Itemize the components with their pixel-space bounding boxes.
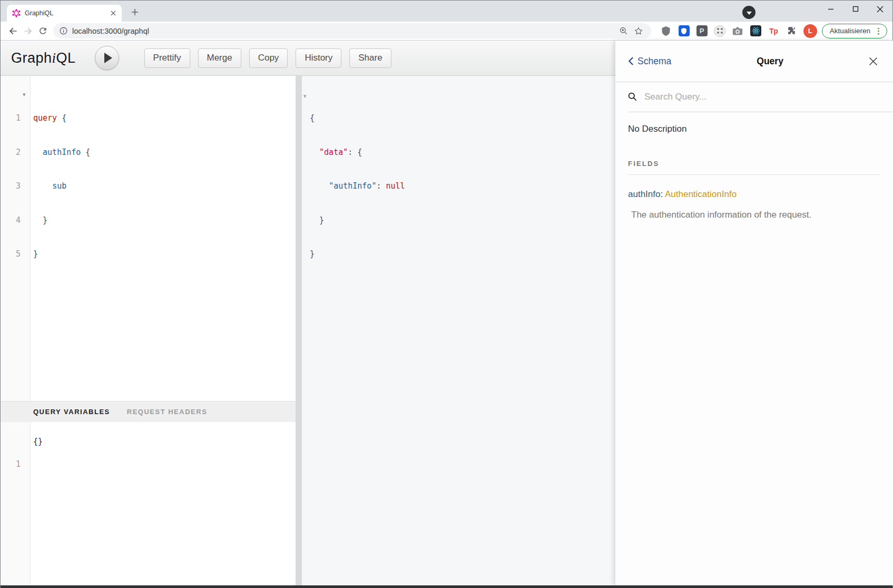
caret-down-icon [747, 12, 752, 15]
tab-query-variables[interactable]: QUERY VARIABLES [33, 408, 110, 416]
code-line: authInfo { [33, 147, 296, 159]
code-line: "authInfo": null [310, 181, 405, 192]
history-button[interactable]: History [296, 48, 341, 68]
code-line: } [33, 249, 296, 260]
window-controls [818, 1, 892, 17]
code-line: sub [33, 181, 296, 192]
doc-explorer-content: No Description FIELDS authInfo: Authenti… [615, 112, 893, 220]
browser-tab-strip: GraphiQL [1, 1, 892, 22]
search-icon [628, 92, 637, 102]
doc-search-row [628, 82, 893, 112]
share-button[interactable]: Share [349, 48, 391, 68]
code-line: } [33, 215, 296, 227]
tab-close-icon[interactable] [109, 9, 117, 17]
copy-button[interactable]: Copy [249, 48, 288, 68]
browser-window: GraphiQL [0, 0, 893, 588]
address-bar[interactable]: localhost:3000/graphql [53, 23, 651, 38]
reload-button[interactable] [35, 24, 50, 38]
field-type-link[interactable]: AuthenticationInfo [665, 189, 737, 199]
line-number: 5 [1, 249, 21, 260]
doc-close-icon[interactable] [869, 57, 878, 66]
minimize-button[interactable] [818, 1, 843, 17]
line-number: 3 [1, 181, 21, 192]
update-browser-button[interactable]: Aktualisieren ⋮ [822, 24, 887, 38]
camera-extension-icon[interactable] [731, 24, 745, 38]
tampermonkey-tp-icon[interactable]: Tp [767, 24, 781, 38]
code-line: } [310, 215, 405, 227]
chevron-left-icon [628, 56, 634, 66]
execute-query-button[interactable] [95, 46, 119, 70]
variables-editor[interactable]: 1 {} [1, 422, 296, 585]
line-number: 4 [1, 215, 21, 227]
graphql-favicon-icon [12, 9, 21, 17]
result-json: { "data": { "authInfo": null } } [310, 90, 405, 283]
browser-toolbar: localhost:3000/graphql P [1, 22, 892, 41]
site-info-icon[interactable] [60, 27, 67, 35]
query-code[interactable]: query { authInfo { sub } } [33, 90, 296, 283]
query-editor-gutter: 1 2 3 4 5 ▾ [1, 76, 31, 401]
graphiql-topbar: GraphiQL Prettify Merge Copy History Sha… [1, 41, 615, 76]
forward-button[interactable] [21, 24, 35, 38]
bookmark-star-icon[interactable] [631, 24, 646, 38]
variables-code[interactable]: {} [33, 436, 43, 448]
doc-search-input[interactable] [644, 92, 881, 102]
tab-title: GraphiQL [25, 9, 109, 17]
graphiql-app: GraphiQL Prettify Merge Copy History Sha… [1, 41, 892, 585]
code-line: { [310, 113, 405, 124]
extensions-row: P [655, 24, 799, 38]
browser-tab[interactable]: GraphiQL [7, 5, 122, 22]
fields-heading: FIELDS [628, 160, 881, 175]
type-description: No Description [628, 124, 881, 134]
code-line: } [310, 249, 405, 260]
prettify-button[interactable]: Prettify [144, 48, 190, 68]
pane-resize-handle[interactable] [296, 76, 302, 585]
browser-menu-icon[interactable]: ⋮ [875, 26, 882, 36]
p-extension-icon[interactable]: P [695, 24, 709, 38]
line-number: 1 [1, 459, 21, 471]
react-devtools-icon[interactable] [749, 24, 763, 38]
code-line: query { [33, 113, 296, 124]
result-viewer: ▾ { "data": { "authInfo": null } } [302, 76, 615, 585]
profile-avatar[interactable]: L [803, 24, 817, 38]
extensions-puzzle-icon[interactable] [784, 24, 799, 38]
doc-title: Query [671, 56, 869, 67]
maximize-button[interactable] [843, 1, 868, 17]
field-row: authInfo: AuthenticationInfo [628, 189, 881, 200]
bitwarden-icon[interactable] [677, 24, 691, 38]
back-button[interactable] [6, 24, 21, 38]
play-icon [104, 53, 112, 63]
variables-title-bar: QUERY VARIABLES REQUEST HEADERS [1, 401, 296, 422]
media-controls-button[interactable] [742, 6, 755, 19]
close-window-button[interactable] [868, 1, 892, 17]
doc-back-link[interactable]: Schema [628, 56, 671, 67]
fold-caret-icon[interactable]: ▾ [303, 93, 307, 100]
fold-caret-icon[interactable]: ▾ [23, 91, 26, 98]
line-number: 2 [1, 147, 21, 159]
query-editor[interactable]: 1 2 3 4 5 ▾ query { authInfo { sub } } [1, 76, 296, 401]
tab-request-headers[interactable]: REQUEST HEADERS [127, 408, 208, 416]
doc-explorer-header: Schema Query [615, 41, 893, 82]
url-text: localhost:3000/graphql [72, 27, 149, 35]
field-description: The authentication information of the re… [631, 210, 881, 220]
variables-editor-gutter: 1 [1, 422, 31, 585]
adblock-shield-icon[interactable] [659, 24, 673, 38]
window-bottom-edge [1, 585, 892, 588]
graphiql-logo: GraphiQL [11, 50, 76, 66]
line-number: 1 [1, 113, 21, 124]
doc-explorer-panel: Schema Query No Description FIELDS authI… [615, 41, 893, 585]
zoom-icon[interactable] [616, 24, 631, 38]
merge-button[interactable]: Merge [198, 48, 241, 68]
field-name-link[interactable]: authInfo [628, 189, 660, 199]
code-line: "data": { [310, 147, 405, 159]
dot-grid-extension-icon[interactable] [713, 24, 727, 38]
new-tab-button[interactable] [127, 5, 143, 19]
